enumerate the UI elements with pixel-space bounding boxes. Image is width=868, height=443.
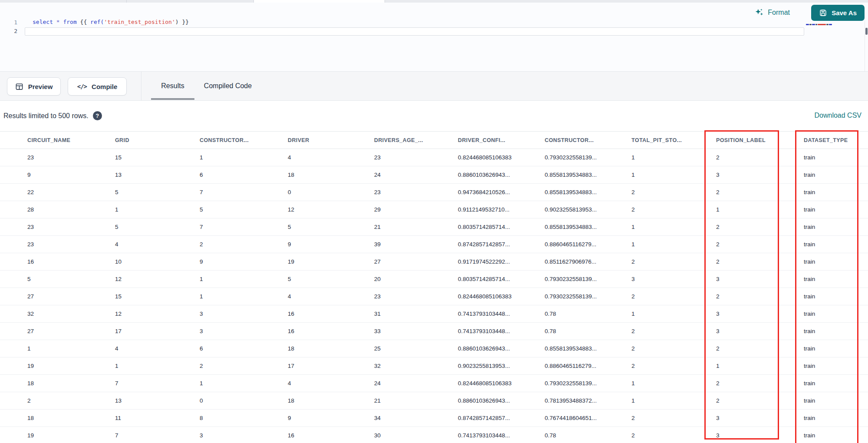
compile-label: Compile (92, 83, 117, 90)
table-cell: 24 (374, 172, 458, 178)
table-cell: 23 (27, 224, 115, 230)
active-line-highlight[interactable] (25, 27, 804, 36)
table-cell: 2 (200, 241, 288, 248)
help-icon[interactable]: ? (93, 111, 102, 120)
column-header[interactable]: POSITION_LABEL (716, 137, 804, 143)
column-header[interactable]: DRIVERS_AGE_... (374, 137, 458, 143)
column-header[interactable]: TOTAL_PIT_STO... (631, 137, 716, 143)
column-header[interactable]: DRIVER_CONFI... (458, 137, 545, 143)
table-cell: 15 (115, 293, 200, 300)
table-cell: 2 (631, 345, 716, 352)
table-cell: 17 (288, 363, 374, 369)
column-header[interactable]: DRIVER (288, 137, 374, 143)
compile-button[interactable]: </> Compile (68, 77, 127, 96)
table-cell: 32 (374, 363, 458, 369)
table-cell: 2 (716, 189, 804, 195)
table-cell: 0.8035714285714... (458, 276, 545, 282)
table-header-row: CIRCUIT_NAMEGRIDCONSTRUCTOR...DRIVERDRIV… (0, 132, 868, 149)
table-row: 22570230.9473684210526...0.8558139534883… (0, 184, 868, 201)
table-row: 2717316330.7413793103448...0.7823train (0, 323, 868, 340)
tab-compiled-code[interactable]: Compiled Code (200, 72, 256, 100)
column-header[interactable]: GRID (115, 137, 200, 143)
table-cell: train (804, 311, 868, 317)
table-cell: 0 (288, 189, 374, 195)
table-cell: 3 (716, 172, 804, 178)
table-cell: 8 (200, 415, 288, 421)
table-cell: 4 (288, 154, 374, 161)
table-cell: 33 (374, 328, 458, 334)
table-cell: 2 (716, 154, 804, 161)
table-body: 231514230.8244680851063830.7930232558139… (0, 149, 868, 443)
table-cell: 0.9473684210526... (458, 189, 545, 195)
table-cell: 2 (716, 293, 804, 300)
table-cell: 0.8511627906976... (545, 258, 631, 265)
table-cell: 18 (288, 172, 374, 178)
table-cell: 16 (288, 328, 374, 334)
table-cell: 0.9112149532710... (458, 206, 545, 213)
format-button[interactable]: Format (755, 8, 790, 17)
table-cell: 7 (200, 189, 288, 195)
table-row: 14618250.8860103626943...0.8558139534883… (0, 340, 868, 357)
line-number: 2 (0, 28, 17, 34)
table-row: 23429390.8742857142857...0.8860465116279… (0, 236, 868, 253)
table-cell: 0.7930232558139... (545, 154, 631, 161)
table-row: 271514230.8244680851063830.7930232558139… (0, 288, 868, 305)
table-cell: 9 (288, 415, 374, 421)
table-cell: 0.8035714285714... (458, 224, 545, 230)
dbt-ide-screen: Format Save As 1 2 select * from {{ ref(… (0, 0, 868, 443)
table-cell: 7 (115, 432, 200, 439)
table-cell: train (804, 415, 868, 421)
table-cell: 5 (288, 224, 374, 230)
table-cell: 17 (115, 328, 200, 334)
table-cell: 19 (288, 258, 374, 265)
table-cell: 0.9171974522292... (458, 258, 545, 265)
table-cell: 0.7413793103448... (458, 328, 545, 334)
table-cell: 12 (288, 206, 374, 213)
sql-editor[interactable]: Format Save As 1 2 select * from {{ ref(… (0, 3, 868, 71)
table-cell: train (804, 380, 868, 387)
table-cell: 16 (288, 432, 374, 439)
table-cell: 23 (374, 189, 458, 195)
table-cell: 1 (200, 276, 288, 282)
table-cell: 16 (27, 258, 115, 265)
minimap-segment (809, 24, 812, 25)
tab-results[interactable]: Results (151, 72, 194, 100)
column-header[interactable]: CIRCUIT_NAME (27, 137, 115, 143)
table-cell: 0.824468085106383 (458, 293, 545, 300)
table-cell: 18 (27, 380, 115, 387)
table-cell: 15 (115, 154, 200, 161)
table-cell: 0.78 (545, 432, 631, 439)
table-cell: 7 (115, 380, 200, 387)
minimap-segment (812, 24, 815, 25)
table-cell: 5 (115, 189, 200, 195)
table-cell: 20 (374, 276, 458, 282)
column-header[interactable]: DATASET_TYPE (804, 137, 868, 143)
table-row: 197316300.7413793103448...0.7823train (0, 427, 868, 443)
table-cell: 5 (27, 276, 115, 282)
table-cell: 3 (716, 311, 804, 317)
scrollbar-thumb[interactable] (865, 28, 868, 35)
table-cell: 27 (27, 293, 115, 300)
table-cell: 9 (288, 241, 374, 248)
table-cell: 0.8860103626943... (458, 172, 545, 178)
table-cell: 0 (200, 397, 288, 404)
table-row: 51215200.8035714285714...0.7930232558139… (0, 271, 868, 288)
minimap-segment (829, 24, 832, 25)
preview-button[interactable]: Preview (7, 77, 61, 96)
table-cell: 6 (200, 345, 288, 352)
scrollbar-track (865, 20, 865, 71)
table-cell: 2 (27, 397, 115, 404)
table-row: 3212316310.7413793103448...0.7813train (0, 305, 868, 323)
column-header[interactable]: CONSTRUCTOR... (200, 137, 288, 143)
table-cell: 3 (716, 432, 804, 439)
minimap-segment (826, 24, 829, 25)
table-cell: 2 (631, 293, 716, 300)
table-row: 281512290.9112149532710...0.902325581395… (0, 201, 868, 218)
editor-minimap[interactable] (806, 23, 862, 26)
download-csv-link[interactable]: Download CSV (815, 112, 862, 119)
table-cell: 2 (200, 363, 288, 369)
column-header[interactable]: CONSTRUCTOR... (545, 137, 631, 143)
save-as-button[interactable]: Save As (811, 5, 865, 21)
table-cell: 21 (374, 224, 458, 230)
code-line-1[interactable]: select * from {{ ref('train_test_positio… (33, 19, 189, 26)
